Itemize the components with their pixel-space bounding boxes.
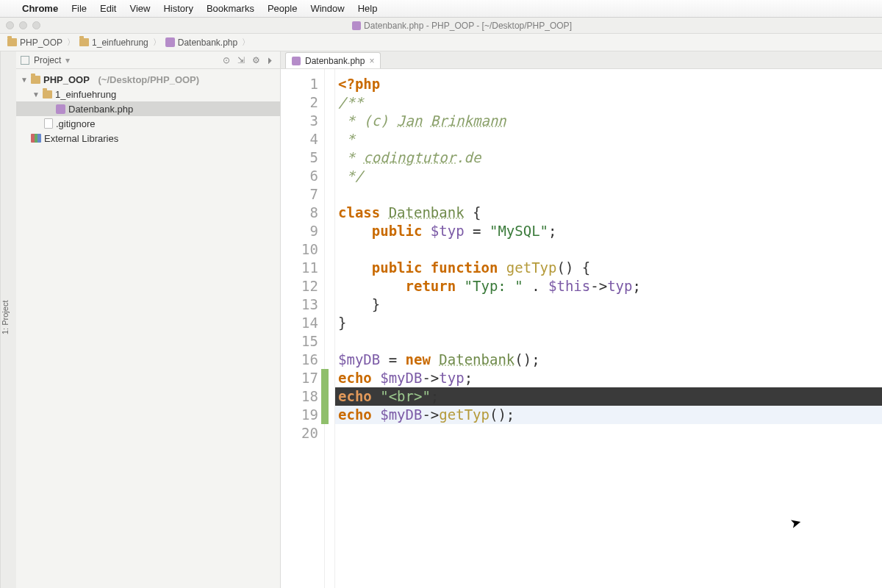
project-panel-title: Project (34, 55, 61, 65)
tree-folder[interactable]: ▼ 1_einfuehrung (16, 87, 280, 101)
project-panel-header: Project ▾ ⊙ ⇲ ⚙ ⏵ (16, 51, 280, 69)
php-file-icon (292, 57, 301, 65)
menu-app[interactable]: Chrome (22, 3, 58, 14)
menu-view[interactable]: View (129, 3, 150, 14)
menu-file[interactable]: File (71, 3, 87, 14)
editor-tab[interactable]: Datenbank.php × (285, 52, 381, 68)
menu-history[interactable]: History (163, 3, 193, 14)
tree-file[interactable]: .gitignore (16, 116, 280, 131)
zoom-window-icon[interactable] (32, 21, 40, 29)
breadcrumb-item[interactable]: Datenbank.php (162, 37, 240, 48)
scroll-to-source-icon[interactable]: ⊙ (221, 55, 232, 65)
ide-titlebar: Datenbank.php - PHP_OOP - [~/Desktop/PHP… (0, 18, 882, 34)
libraries-icon (31, 134, 41, 143)
folder-icon (7, 38, 17, 46)
editor-tabstrip: Datenbank.php × (281, 51, 882, 69)
php-file-icon (165, 37, 175, 47)
minimize-window-icon[interactable] (19, 21, 27, 29)
code-content[interactable]: <?php/** * (c) Jan Brinkmann * * codingt… (335, 69, 882, 588)
menu-edit[interactable]: Edit (100, 3, 116, 14)
project-view-icon (21, 56, 29, 65)
menu-help[interactable]: Help (358, 3, 378, 14)
project-tool-window: Project ▾ ⊙ ⇲ ⚙ ⏵ ▼ PHP_OOP (~/Desktop/P… (16, 51, 281, 588)
folder-icon (79, 38, 89, 46)
project-tree[interactable]: ▼ PHP_OOP (~/Desktop/PHP_OOP) ▼ 1_einfue… (16, 69, 280, 148)
close-tab-icon[interactable]: × (369, 56, 374, 66)
line-number-gutter: 1234567891011121314151617181920 (281, 69, 325, 588)
breadcrumb: PHP_OOP 1_einfuehrung Datenbank.php (0, 34, 882, 51)
hide-panel-icon[interactable]: ⏵ (265, 55, 276, 65)
breadcrumb-item[interactable]: 1_einfuehrung (76, 37, 151, 48)
tree-root[interactable]: ▼ PHP_OOP (~/Desktop/PHP_OOP) (16, 72, 280, 87)
panel-settings-icon[interactable]: ⚙ (251, 55, 261, 65)
breadcrumb-item[interactable]: PHP_OOP (4, 37, 65, 48)
code-editor[interactable]: 1234567891011121314151617181920 <?php/**… (281, 69, 882, 588)
fold-column[interactable] (325, 69, 335, 588)
editor-area: Datenbank.php × 123456789101112131415161… (281, 51, 882, 588)
tree-external-libs[interactable]: External Libraries (16, 131, 280, 146)
menu-people[interactable]: People (268, 3, 297, 14)
window-title: Datenbank.php - PHP_OOP - [~/Desktop/PHP… (364, 21, 572, 31)
tool-window-rail[interactable]: 1: Project (0, 51, 16, 588)
folder-icon (31, 76, 40, 84)
collapse-all-icon[interactable]: ⇲ (236, 55, 246, 65)
php-file-icon (56, 104, 65, 114)
editor-tab-label: Datenbank.php (305, 56, 365, 66)
menu-window[interactable]: Window (310, 3, 344, 14)
php-file-icon (352, 21, 361, 30)
folder-icon (43, 90, 52, 98)
macos-menubar: Chrome File Edit View History Bookmarks … (0, 0, 882, 18)
text-file-icon (44, 118, 53, 129)
close-window-icon[interactable] (6, 21, 14, 29)
tree-file-selected[interactable]: Datenbank.php (16, 101, 280, 116)
menu-bookmarks[interactable]: Bookmarks (207, 3, 254, 14)
window-controls[interactable] (6, 21, 40, 29)
